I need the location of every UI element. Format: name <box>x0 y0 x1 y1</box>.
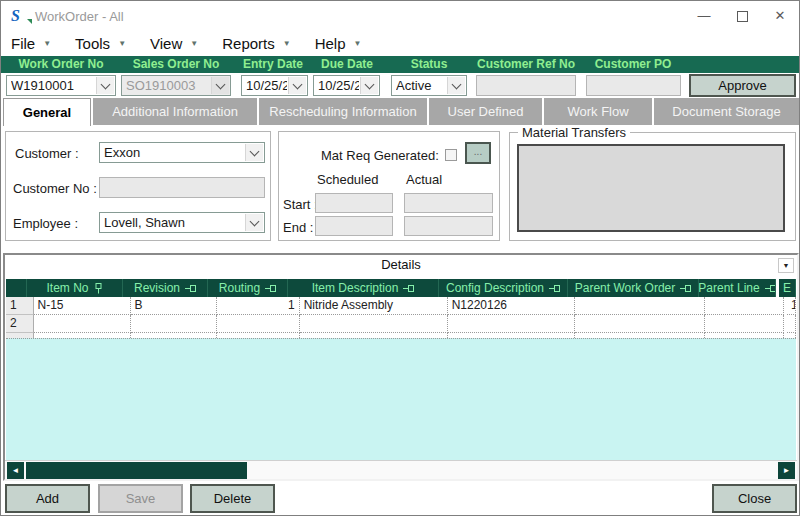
due-date-combo[interactable]: 10/25/201 <box>313 75 380 96</box>
save-button: Save <box>98 484 183 513</box>
material-transfers-panel <box>517 144 785 232</box>
grid-empty-area <box>6 338 796 460</box>
cell-parent-work-order[interactable] <box>575 315 704 333</box>
col-header-config-description[interactable]: Config Description <box>439 279 568 297</box>
cell-config-description[interactable]: N1220126 <box>448 297 576 315</box>
chevron-down-icon[interactable] <box>447 77 465 94</box>
row-selector-header <box>6 279 27 297</box>
minimize-button[interactable]: — <box>689 5 719 27</box>
cell-item-description[interactable]: Nitride Assembly <box>300 297 448 315</box>
col-header-parent-line[interactable]: Parent Line <box>699 279 776 297</box>
close-button[interactable]: ✕ <box>765 5 795 27</box>
tab-additional-information[interactable]: Additional Information <box>93 98 257 125</box>
workorder-window: S WorkOrder - All — ✕ File▼ Tools▼ View▼… <box>0 0 800 516</box>
menu-tools[interactable]: Tools▼ <box>75 35 126 52</box>
cell-truncated[interactable] <box>787 315 796 333</box>
approve-button[interactable]: Approve <box>689 74 796 97</box>
app-icon: S <box>11 7 29 25</box>
tab-document-storage[interactable]: Document Storage <box>654 98 799 125</box>
cell-config-description[interactable] <box>448 315 576 333</box>
table-row[interactable]: 2 <box>6 315 796 333</box>
scheduled-end-input <box>315 216 393 236</box>
tab-user-defined[interactable]: User Defined <box>429 98 542 125</box>
customer-combo[interactable]: Exxon <box>99 142 265 163</box>
work-order-no-combo[interactable]: W1910001 <box>6 75 116 96</box>
pin-icon[interactable] <box>549 284 560 293</box>
col-header-routing[interactable]: Routing <box>208 279 288 297</box>
employee-combo[interactable]: Lovell, Shawn <box>99 212 265 233</box>
cell-truncated[interactable]: 10/3 <box>787 297 796 315</box>
cell-item-no[interactable]: N-15 <box>34 297 131 315</box>
cell-item-description[interactable] <box>300 315 448 333</box>
row-selector[interactable]: 2 <box>6 315 34 333</box>
mat-req-generated-label: Mat Req Generated: <box>321 148 439 163</box>
col-header-truncated[interactable]: E <box>779 279 796 297</box>
entry-date-combo[interactable]: 10/25/201 <box>241 75 308 96</box>
status-combo[interactable]: Active <box>391 75 467 96</box>
employee-label: Employee : <box>13 216 78 231</box>
details-dropdown-button[interactable]: ▼ <box>778 258 794 273</box>
col-header-revision[interactable]: Revision <box>123 279 208 297</box>
chevron-down-icon[interactable] <box>245 144 263 161</box>
cell-routing[interactable] <box>217 315 299 333</box>
cell-revision[interactable]: B <box>131 297 218 315</box>
cell-parent-work-order[interactable] <box>575 297 704 315</box>
ellipsis-button[interactable]: ... <box>465 142 491 164</box>
label-entry-date: Entry Date <box>235 57 311 71</box>
chevron-down-icon[interactable] <box>245 214 263 231</box>
cell-routing[interactable]: 1 <box>217 297 299 315</box>
details-title: Details <box>5 257 797 272</box>
cell-revision[interactable] <box>131 315 218 333</box>
maximize-icon <box>737 11 748 22</box>
pin-icon[interactable] <box>94 283 103 294</box>
delete-button[interactable]: Delete <box>190 484 275 513</box>
menu-bar: File▼ Tools▼ View▼ Reports▼ Help▼ <box>1 31 799 56</box>
chevron-down-icon[interactable] <box>360 77 378 94</box>
chevron-down-icon: ▼ <box>354 39 362 48</box>
label-work-order-no: Work Order No <box>6 57 116 71</box>
chevron-down-icon: ▼ <box>783 262 790 269</box>
minimize-icon: — <box>698 8 711 23</box>
customer-no-label: Customer No : <box>13 181 97 196</box>
row-selector[interactable]: 1 <box>6 297 34 315</box>
cell-item-no[interactable] <box>34 315 131 333</box>
menu-view[interactable]: View▼ <box>150 35 198 52</box>
menu-help[interactable]: Help▼ <box>315 35 362 52</box>
scheduled-header: Scheduled <box>317 172 378 187</box>
pin-icon[interactable] <box>765 284 776 293</box>
window-title: WorkOrder - All <box>35 9 124 24</box>
chevron-down-icon[interactable] <box>288 77 306 94</box>
customer-po-input <box>586 75 681 96</box>
col-header-item-description[interactable]: Item Description <box>288 279 439 297</box>
scroll-left-button[interactable]: ◄ <box>7 462 24 479</box>
pin-icon[interactable] <box>265 284 276 293</box>
arrow-right-icon: ► <box>783 466 791 475</box>
tab-rescheduling-information[interactable]: Rescheduling Information <box>259 98 427 125</box>
cell-parent-line[interactable] <box>705 315 784 333</box>
tab-general[interactable]: General <box>3 98 91 126</box>
mat-req-checkbox[interactable] <box>445 149 457 161</box>
col-header-item-no[interactable]: Item No <box>27 279 123 297</box>
label-customer-po: Customer PO <box>583 57 683 71</box>
table-row[interactable]: 1 N-15 B 1 Nitride Assembly N1220126 10/… <box>6 297 796 315</box>
maximize-button[interactable] <box>727 5 757 27</box>
close-button-footer[interactable]: Close <box>712 484 797 513</box>
scroll-right-button[interactable]: ► <box>778 462 795 479</box>
chevron-down-icon: ▼ <box>283 39 291 48</box>
cell-parent-line[interactable] <box>705 297 784 315</box>
pin-icon[interactable] <box>185 284 196 293</box>
tab-work-flow[interactable]: Work Flow <box>544 98 652 125</box>
col-header-parent-work-order[interactable]: Parent Work Order <box>568 279 699 297</box>
menu-file[interactable]: File▼ <box>11 35 51 52</box>
pin-icon[interactable] <box>403 284 414 293</box>
horizontal-scrollbar[interactable]: ◄ ► <box>5 460 797 479</box>
chevron-down-icon[interactable] <box>96 77 114 94</box>
label-customer-ref-no: Customer Ref No <box>473 57 579 71</box>
menu-reports[interactable]: Reports▼ <box>222 35 290 52</box>
add-button[interactable]: Add <box>5 484 90 513</box>
pin-icon[interactable] <box>680 284 691 293</box>
label-status: Status <box>391 57 467 71</box>
details-panel: Details ▼ Item No Revision Routing <box>3 253 799 481</box>
scrollbar-thumb[interactable] <box>26 462 247 479</box>
sales-order-no-combo: SO1910003 <box>121 75 231 96</box>
